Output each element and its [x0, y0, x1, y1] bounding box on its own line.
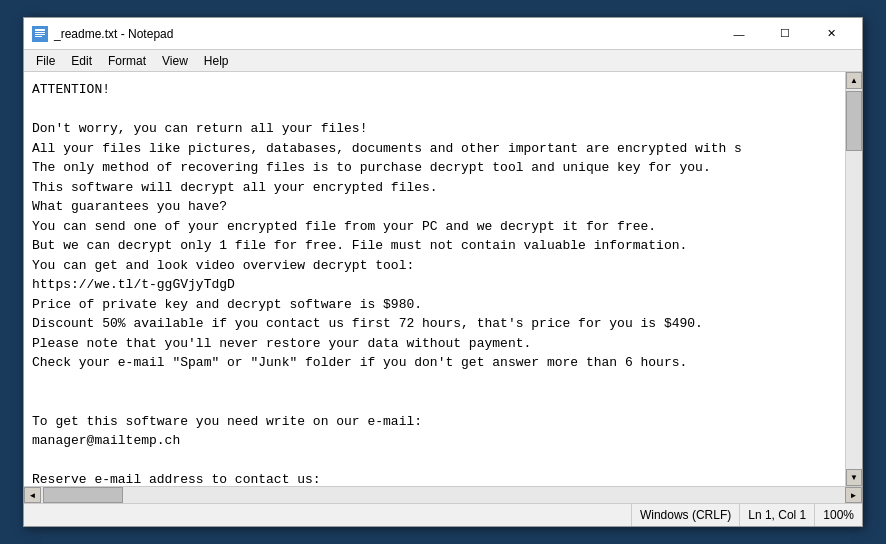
scroll-left-button[interactable]: ◄: [24, 487, 41, 503]
minimize-button[interactable]: —: [716, 19, 762, 49]
status-position: Ln 1, Col 1: [740, 504, 815, 526]
scroll-track-v[interactable]: [846, 89, 862, 469]
svg-rect-2: [35, 32, 45, 33]
scroll-up-button[interactable]: ▲: [846, 72, 862, 89]
scroll-thumb-h[interactable]: [43, 487, 123, 503]
window-controls: — ☐ ✕: [716, 19, 854, 49]
menu-view[interactable]: View: [154, 52, 196, 70]
scroll-right-button[interactable]: ►: [845, 487, 862, 503]
menu-edit[interactable]: Edit: [63, 52, 100, 70]
status-encoding: Windows (CRLF): [632, 504, 740, 526]
scroll-thumb-v[interactable]: [846, 91, 862, 151]
text-editor[interactable]: ATTENTION! Don't worry, you can return a…: [24, 72, 845, 486]
menu-format[interactable]: Format: [100, 52, 154, 70]
status-zoom: 100%: [815, 504, 862, 526]
content-area: ATTENTION! Don't worry, you can return a…: [24, 72, 862, 486]
menu-help[interactable]: Help: [196, 52, 237, 70]
scroll-down-button[interactable]: ▼: [846, 469, 862, 486]
maximize-button[interactable]: ☐: [762, 19, 808, 49]
close-button[interactable]: ✕: [808, 19, 854, 49]
status-bar: Windows (CRLF) Ln 1, Col 1 100%: [24, 503, 862, 526]
window-title: _readme.txt - Notepad: [54, 27, 716, 41]
app-icon: [32, 26, 48, 42]
svg-rect-4: [35, 36, 42, 37]
scroll-track-h[interactable]: [41, 487, 845, 503]
title-bar: _readme.txt - Notepad — ☐ ✕: [24, 18, 862, 50]
menu-file[interactable]: File: [28, 52, 63, 70]
notepad-window: _readme.txt - Notepad — ☐ ✕ File Edit Fo…: [23, 17, 863, 527]
svg-rect-3: [35, 34, 45, 35]
horizontal-scrollbar[interactable]: ◄ ►: [24, 486, 862, 503]
status-empty: [24, 504, 632, 526]
menu-bar: File Edit Format View Help: [24, 50, 862, 72]
svg-rect-1: [35, 29, 45, 31]
vertical-scrollbar[interactable]: ▲ ▼: [845, 72, 862, 486]
